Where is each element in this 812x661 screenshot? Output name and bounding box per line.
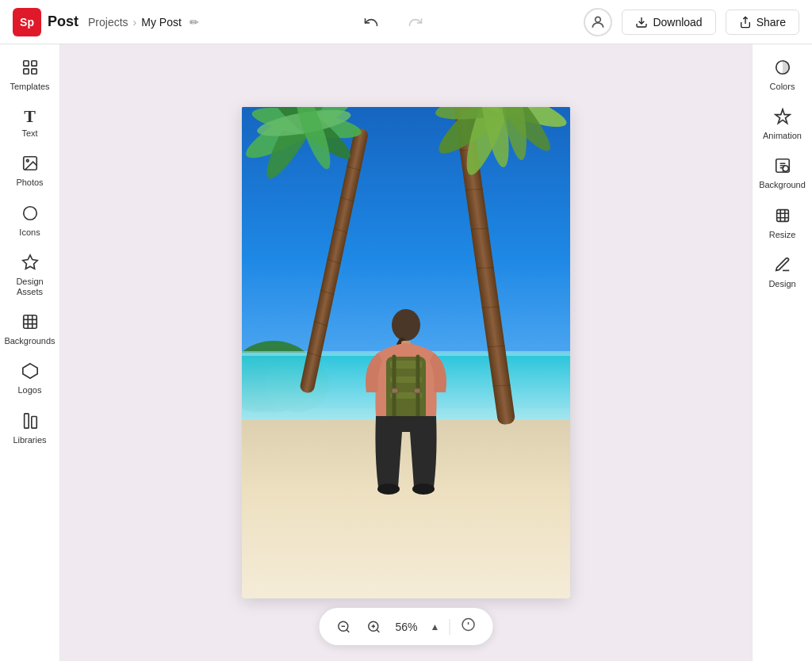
sidebar-item-photos[interactable]: Photos — [0, 147, 59, 196]
main-area: Templates T Text Photos Icons Design Ass… — [0, 44, 812, 661]
breadcrumb-separator: › — [133, 16, 137, 29]
beach-scene-svg — [242, 107, 570, 598]
svg-rect-61 — [392, 388, 398, 393]
svg-rect-16 — [24, 413, 29, 427]
svg-marker-10 — [22, 255, 36, 269]
sidebar-item-design[interactable]: Design — [753, 248, 812, 297]
breadcrumb: Projects › My Post ✏ — [88, 14, 202, 30]
libraries-icon — [21, 412, 39, 432]
svg-rect-4 — [31, 61, 36, 66]
svg-rect-6 — [31, 69, 36, 74]
zoom-value: 56% — [393, 621, 421, 633]
icons-label: Icons — [19, 227, 40, 238]
background-label: Background — [759, 180, 806, 190]
edit-title-button[interactable]: ✏ — [186, 14, 202, 30]
zoom-toolbar: 56% ▲ — [320, 608, 493, 645]
photos-icon — [21, 155, 39, 174]
app-logo: Sp — [13, 8, 41, 36]
sidebar-item-resize[interactable]: Resize — [753, 199, 812, 248]
download-label: Download — [653, 16, 702, 29]
sidebar-item-design-assets[interactable]: Design Assets — [0, 246, 59, 305]
svg-point-0 — [596, 17, 601, 22]
app-name: Post — [48, 13, 79, 30]
redo-button[interactable] — [401, 11, 430, 33]
svg-rect-25 — [242, 420, 570, 598]
sidebar-item-libraries[interactable]: Libraries — [0, 404, 59, 453]
svg-line-80 — [783, 170, 784, 172]
svg-point-63 — [377, 483, 400, 495]
logos-label: Logos — [18, 385, 42, 395]
animation-label: Animation — [763, 131, 802, 141]
resize-label: Resize — [769, 230, 796, 240]
zoom-in-button[interactable] — [362, 617, 386, 637]
templates-label: Templates — [10, 82, 49, 92]
share-button[interactable]: Share — [726, 10, 799, 35]
svg-rect-11 — [23, 315, 36, 329]
sidebar-item-icons[interactable]: Icons — [0, 197, 59, 246]
breadcrumb-parent[interactable]: Projects — [88, 16, 128, 29]
text-label: Text — [21, 128, 37, 139]
sidebar-item-animation[interactable]: Animation — [753, 100, 812, 149]
canvas-image[interactable] — [242, 107, 570, 598]
svg-rect-3 — [23, 61, 28, 66]
animation-icon — [774, 108, 791, 128]
design-assets-icon — [21, 254, 39, 273]
logo-area: Sp Post — [13, 8, 79, 36]
sidebar-item-background[interactable]: Background — [753, 149, 812, 198]
share-label: Share — [756, 16, 786, 29]
zoom-arrow-up[interactable]: ▲ — [427, 620, 443, 634]
svg-rect-17 — [31, 416, 36, 428]
sidebar-right: Colors Animation Background Resize Desig — [752, 44, 812, 661]
svg-point-64 — [412, 483, 435, 495]
design-label: Design — [768, 279, 795, 289]
colors-icon — [774, 59, 791, 78]
libraries-label: Libraries — [13, 435, 46, 445]
zoom-out-button[interactable] — [332, 617, 356, 637]
svg-point-9 — [23, 206, 36, 220]
text-icon: T — [24, 108, 36, 125]
breadcrumb-current: My Post — [141, 16, 182, 29]
info-button[interactable] — [456, 614, 480, 639]
svg-line-71 — [377, 629, 379, 632]
app-header: Sp Post Projects › My Post ✏ Download Sh… — [0, 0, 812, 44]
backgrounds-icon — [21, 313, 39, 333]
canvas-wrapper — [242, 107, 570, 598]
svg-point-55 — [392, 309, 420, 341]
background-icon — [774, 157, 791, 177]
sidebar-item-backgrounds[interactable]: Backgrounds — [0, 305, 59, 354]
design-icon — [774, 256, 791, 276]
icons-icon — [21, 204, 39, 224]
templates-icon — [21, 59, 39, 78]
resize-icon — [774, 207, 791, 227]
download-button[interactable]: Download — [622, 10, 715, 35]
sidebar-left: Templates T Text Photos Icons Design Ass… — [0, 44, 60, 661]
header-center-actions — [212, 11, 575, 33]
logos-icon — [21, 362, 39, 382]
canvas-area[interactable]: 56% ▲ — [60, 44, 752, 661]
svg-rect-5 — [23, 69, 28, 74]
sidebar-item-logos[interactable]: Logos — [0, 354, 59, 403]
zoom-divider — [449, 619, 450, 635]
svg-rect-62 — [414, 388, 420, 393]
svg-point-8 — [26, 160, 29, 162]
design-assets-label: Design Assets — [3, 277, 56, 297]
svg-rect-81 — [776, 209, 788, 221]
svg-line-68 — [347, 629, 349, 632]
sidebar-item-text[interactable]: T Text — [0, 100, 59, 147]
header-right-actions: Download Share — [584, 8, 799, 36]
backgrounds-label: Backgrounds — [4, 336, 55, 346]
undo-button[interactable] — [357, 11, 385, 33]
user-avatar-button[interactable] — [584, 8, 612, 36]
sidebar-item-templates[interactable]: Templates — [0, 51, 59, 100]
sidebar-item-colors[interactable]: Colors — [753, 51, 812, 100]
photos-label: Photos — [16, 178, 43, 188]
colors-label: Colors — [770, 82, 795, 92]
